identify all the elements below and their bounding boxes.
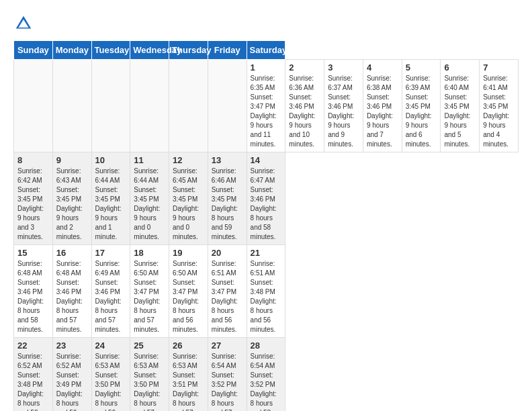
day-number: 8 — [17, 155, 49, 165]
calendar-cell — [52, 60, 91, 152]
day-number: 9 — [56, 155, 88, 165]
day-number: 23 — [56, 340, 88, 351]
day-info: Sunrise: 6:45 AMSunset: 3:45 PMDaylight:… — [173, 167, 199, 240]
calendar-cell: 3Sunrise: 6:37 AMSunset: 3:46 PMDaylight… — [324, 60, 363, 152]
day-info: Sunrise: 6:42 AMSunset: 3:45 PMDaylight:… — [17, 167, 44, 240]
day-number: 28 — [251, 340, 282, 351]
calendar-cell: 26Sunrise: 6:53 AMSunset: 3:51 PMDayligh… — [169, 338, 208, 412]
day-number: 14 — [251, 155, 282, 165]
calendar-cell: 15Sunrise: 6:48 AMSunset: 3:46 PMDayligh… — [14, 245, 53, 338]
calendar-cell: 21Sunrise: 6:51 AMSunset: 3:48 PMDayligh… — [247, 245, 285, 338]
calendar-cell: 17Sunrise: 6:49 AMSunset: 3:46 PMDayligh… — [91, 245, 130, 338]
calendar-cell — [130, 60, 169, 152]
day-info: Sunrise: 6:54 AMSunset: 3:52 PMDaylight:… — [212, 353, 238, 411]
day-number: 2 — [289, 62, 320, 73]
day-info: Sunrise: 6:38 AMSunset: 3:46 PMDaylight:… — [367, 75, 393, 148]
calendar-cell: 27Sunrise: 6:54 AMSunset: 3:52 PMDayligh… — [208, 338, 247, 412]
day-number: 18 — [134, 248, 165, 258]
calendar-cell: 8Sunrise: 6:42 AMSunset: 3:45 PMDaylight… — [14, 152, 53, 245]
day-info: Sunrise: 6:36 AMSunset: 3:46 PMDaylight:… — [289, 75, 315, 148]
calendar-cell: 16Sunrise: 6:48 AMSunset: 3:46 PMDayligh… — [52, 245, 91, 338]
day-number: 6 — [444, 62, 476, 73]
calendar-cell: 12Sunrise: 6:45 AMSunset: 3:45 PMDayligh… — [169, 152, 208, 245]
calendar-cell: 9Sunrise: 6:43 AMSunset: 3:45 PMDaylight… — [52, 152, 91, 245]
calendar-week-4: 22Sunrise: 6:52 AMSunset: 3:48 PMDayligh… — [14, 338, 519, 412]
day-info: Sunrise: 6:35 AMSunset: 3:47 PMDaylight:… — [251, 75, 277, 148]
day-info: Sunrise: 6:48 AMSunset: 3:46 PMDaylight:… — [17, 260, 44, 333]
day-number: 1 — [251, 62, 282, 73]
calendar: SundayMondayTuesdayWednesdayThursdayFrid… — [13, 40, 519, 411]
day-header-wednesday: Wednesday — [130, 41, 169, 60]
day-number: 11 — [134, 155, 165, 165]
calendar-cell: 1Sunrise: 6:35 AMSunset: 3:47 PMDaylight… — [247, 60, 285, 152]
calendar-cell: 22Sunrise: 6:52 AMSunset: 3:48 PMDayligh… — [14, 338, 53, 412]
day-info: Sunrise: 6:51 AMSunset: 3:47 PMDaylight:… — [212, 260, 238, 333]
day-number: 26 — [173, 340, 204, 351]
calendar-cell: 11Sunrise: 6:44 AMSunset: 3:45 PMDayligh… — [130, 152, 169, 245]
calendar-cell: 6Sunrise: 6:40 AMSunset: 3:45 PMDaylight… — [441, 60, 480, 152]
day-number: 25 — [134, 340, 165, 351]
calendar-cell: 4Sunrise: 6:38 AMSunset: 3:46 PMDaylight… — [363, 60, 402, 152]
header — [13, 13, 519, 34]
day-header-monday: Monday — [52, 41, 91, 60]
calendar-cell: 7Sunrise: 6:41 AMSunset: 3:45 PMDaylight… — [480, 60, 519, 152]
day-number: 22 — [17, 340, 49, 351]
day-header-saturday: Saturday — [247, 41, 285, 60]
calendar-cell: 18Sunrise: 6:50 AMSunset: 3:47 PMDayligh… — [130, 245, 169, 338]
day-number: 20 — [212, 248, 243, 258]
day-number: 16 — [56, 248, 88, 258]
calendar-cell — [91, 60, 130, 152]
day-info: Sunrise: 6:50 AMSunset: 3:47 PMDaylight:… — [134, 260, 160, 333]
day-number: 19 — [173, 248, 204, 258]
calendar-cell: 13Sunrise: 6:46 AMSunset: 3:45 PMDayligh… — [208, 152, 247, 245]
day-header-sunday: Sunday — [14, 41, 53, 60]
calendar-cell: 28Sunrise: 6:54 AMSunset: 3:52 PMDayligh… — [247, 338, 285, 412]
day-number: 5 — [406, 62, 437, 73]
calendar-week-3: 15Sunrise: 6:48 AMSunset: 3:46 PMDayligh… — [14, 245, 519, 338]
day-number: 12 — [173, 155, 204, 165]
day-info: Sunrise: 6:41 AMSunset: 3:45 PMDaylight:… — [483, 75, 509, 148]
calendar-cell: 25Sunrise: 6:53 AMSunset: 3:50 PMDayligh… — [130, 338, 169, 412]
day-number: 15 — [17, 248, 49, 258]
calendar-cell: 2Sunrise: 6:36 AMSunset: 3:46 PMDaylight… — [285, 60, 324, 152]
day-info: Sunrise: 6:52 AMSunset: 3:49 PMDaylight:… — [56, 353, 83, 411]
day-info: Sunrise: 6:54 AMSunset: 3:52 PMDaylight:… — [251, 353, 277, 411]
calendar-cell: 14Sunrise: 6:47 AMSunset: 3:46 PMDayligh… — [247, 152, 285, 245]
calendar-cell — [169, 60, 208, 152]
day-info: Sunrise: 6:51 AMSunset: 3:48 PMDaylight:… — [251, 260, 277, 333]
day-number: 7 — [483, 62, 515, 73]
calendar-cell: 20Sunrise: 6:51 AMSunset: 3:47 PMDayligh… — [208, 245, 247, 338]
calendar-cell: 10Sunrise: 6:44 AMSunset: 3:45 PMDayligh… — [91, 152, 130, 245]
day-info: Sunrise: 6:48 AMSunset: 3:46 PMDaylight:… — [56, 260, 83, 333]
calendar-cell: 5Sunrise: 6:39 AMSunset: 3:45 PMDaylight… — [402, 60, 441, 152]
day-info: Sunrise: 6:40 AMSunset: 3:45 PMDaylight:… — [444, 75, 470, 148]
day-info: Sunrise: 6:43 AMSunset: 3:45 PMDaylight:… — [56, 167, 83, 240]
day-number: 17 — [95, 248, 127, 258]
day-number: 10 — [95, 155, 127, 165]
day-info: Sunrise: 6:47 AMSunset: 3:46 PMDaylight:… — [251, 167, 277, 240]
calendar-cell: 19Sunrise: 6:50 AMSunset: 3:47 PMDayligh… — [169, 245, 208, 338]
day-info: Sunrise: 6:53 AMSunset: 3:51 PMDaylight:… — [173, 353, 199, 411]
day-header-friday: Friday — [208, 41, 247, 60]
logo — [13, 13, 36, 34]
calendar-week-1: 1Sunrise: 6:35 AMSunset: 3:47 PMDaylight… — [14, 60, 519, 152]
calendar-week-2: 8Sunrise: 6:42 AMSunset: 3:45 PMDaylight… — [14, 152, 519, 245]
day-header-tuesday: Tuesday — [91, 41, 130, 60]
day-number: 13 — [212, 155, 243, 165]
day-number: 27 — [212, 340, 243, 351]
day-info: Sunrise: 6:44 AMSunset: 3:45 PMDaylight:… — [95, 167, 122, 240]
calendar-cell — [14, 60, 53, 152]
day-info: Sunrise: 6:53 AMSunset: 3:50 PMDaylight:… — [95, 353, 122, 411]
day-info: Sunrise: 6:53 AMSunset: 3:50 PMDaylight:… — [134, 353, 160, 411]
day-header-thursday: Thursday — [169, 41, 208, 60]
day-number: 4 — [367, 62, 398, 73]
day-info: Sunrise: 6:46 AMSunset: 3:45 PMDaylight:… — [212, 167, 238, 240]
day-number: 3 — [328, 62, 359, 73]
calendar-cell: 24Sunrise: 6:53 AMSunset: 3:50 PMDayligh… — [91, 338, 130, 412]
calendar-cell — [208, 60, 247, 152]
day-info: Sunrise: 6:44 AMSunset: 3:45 PMDaylight:… — [134, 167, 160, 240]
day-info: Sunrise: 6:37 AMSunset: 3:46 PMDaylight:… — [328, 75, 354, 148]
day-info: Sunrise: 6:39 AMSunset: 3:45 PMDaylight:… — [406, 75, 432, 148]
day-info: Sunrise: 6:52 AMSunset: 3:48 PMDaylight:… — [17, 353, 44, 411]
day-number: 21 — [251, 248, 282, 258]
